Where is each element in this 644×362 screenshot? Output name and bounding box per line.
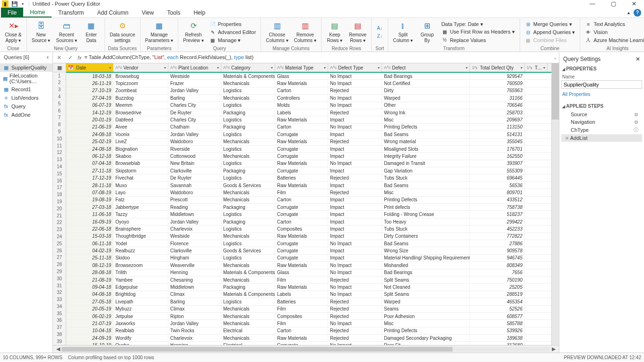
cell[interactable]: Corrugate xyxy=(275,255,328,261)
data-source-settings-button[interactable]: ⚙Data source settings xyxy=(108,20,137,44)
row-number[interactable]: 28 xyxy=(53,261,66,268)
cell[interactable]: 288519 xyxy=(470,291,525,298)
sort-desc-button[interactable]: Z↓ xyxy=(374,33,385,40)
cell[interactable]: Impact xyxy=(328,146,382,152)
cell[interactable]: 31166 xyxy=(470,95,525,101)
table-row[interactable]: 28-08-18TrilithHenningMaterials & Compon… xyxy=(66,269,551,276)
row-number[interactable]: 31 xyxy=(53,282,66,289)
cell[interactable]: 28-11-18 xyxy=(66,182,113,189)
cell[interactable]: Dabfeed xyxy=(113,116,168,123)
cell[interactable]: Rejected xyxy=(328,138,382,145)
cell[interactable]: Film xyxy=(275,320,328,327)
column-header[interactable]: AᴮcCategory▾ xyxy=(221,63,275,72)
formula-dropdown-icon[interactable]: ⌄ xyxy=(553,55,557,60)
cell[interactable]: Browseblab xyxy=(113,160,168,167)
cell[interactable]: Zoombeat xyxy=(113,87,168,94)
cell[interactable]: Reading xyxy=(168,204,221,210)
formula-input[interactable]: = Table.AddColumn(ChType, "List", each R… xyxy=(85,54,550,60)
row-number[interactable]: 34 xyxy=(53,303,66,310)
table-row[interactable]: 10-04-18RealblabTwin RocksElectricalCart… xyxy=(66,328,551,335)
cell[interactable]: Corrugate xyxy=(275,342,328,345)
cell[interactable]: Packaging xyxy=(221,167,275,174)
minimize-button[interactable]: — xyxy=(589,0,596,7)
properties-button[interactable]: 📄Properties xyxy=(208,20,258,28)
cell[interactable]: Print defects xyxy=(382,204,470,210)
cell[interactable]: Logistics xyxy=(221,102,275,109)
cell[interactable]: Rejected xyxy=(328,174,382,181)
recent-sources-button[interactable]: 🗃Recent Sources ▾ xyxy=(54,20,78,44)
horizontal-scrollbar[interactable]: ◀ ▶ xyxy=(53,345,559,353)
cell[interactable]: 555309 xyxy=(470,167,525,174)
fx-icon[interactable]: fx xyxy=(78,55,82,60)
query-item[interactable]: ▦FileLocation (C:\Users… xyxy=(0,72,52,85)
cell[interactable]: Impact xyxy=(328,182,382,189)
table-row[interactable]: 08-12-19BrowsezoomWeavervilleMechanicals… xyxy=(66,262,551,269)
cell[interactable]: Mechanicals xyxy=(221,153,275,159)
cell[interactable]: Warped xyxy=(382,298,470,305)
cell[interactable]: Packaging xyxy=(221,204,275,210)
cell[interactable]: Gap Variation xyxy=(382,167,470,174)
cell[interactable]: New Britain xyxy=(168,160,221,167)
cell[interactable]: 758738 xyxy=(470,204,525,210)
cell[interactable]: Rejected xyxy=(328,328,382,334)
cell[interactable]: 25205 xyxy=(470,284,525,290)
row-number[interactable]: 24 xyxy=(53,233,66,241)
cell[interactable]: Raw Materials xyxy=(275,138,328,145)
query-item[interactable]: ▦SupplierQuality xyxy=(0,63,52,72)
cell[interactable]: Packaging xyxy=(221,284,275,290)
cell[interactable]: Corrugate xyxy=(275,247,328,254)
cell[interactable]: Savannah xyxy=(168,182,221,189)
cell[interactable]: Material Handling/ Shipping Requirements… xyxy=(382,255,470,261)
cell[interactable]: No Impact xyxy=(328,80,382,86)
filter-icon[interactable]: ▾ xyxy=(271,66,273,70)
cell[interactable]: Raw Materials xyxy=(275,284,328,290)
row-number[interactable]: 33 xyxy=(53,296,66,303)
cell[interactable]: Bad Bearings xyxy=(382,269,470,276)
cell[interactable]: Goods & Services xyxy=(221,182,275,189)
row-number[interactable]: 37 xyxy=(53,324,66,331)
refresh-preview-button[interactable]: ⟳Refresh Preview ▾ xyxy=(181,20,205,44)
table-row[interactable]: 24-09-19WordifyCharlevoixMechanicalsRaw … xyxy=(66,335,551,342)
cell[interactable]: 518237 xyxy=(470,211,525,217)
column-header[interactable]: AᴮcMaterial Type▾ xyxy=(275,63,328,72)
cell[interactable]: 15-10-19 xyxy=(66,342,113,345)
cell[interactable]: No Impact xyxy=(328,102,382,109)
cell[interactable]: Jabbertype xyxy=(113,204,168,210)
row-number[interactable]: 39 xyxy=(53,338,66,345)
row-number[interactable]: 20 xyxy=(53,205,66,212)
cell[interactable]: Carton xyxy=(275,124,328,130)
cell[interactable]: Jetpulse xyxy=(113,313,168,319)
cell[interactable]: Raw Materials xyxy=(275,116,328,123)
cell[interactable]: Not Certified xyxy=(382,80,470,86)
table-row[interactable]: 18-03-18BrowsebugWestsideMaterials & Com… xyxy=(66,73,551,80)
cell[interactable]: Rejected xyxy=(328,276,382,283)
tab-home[interactable]: Home xyxy=(23,8,52,17)
cell[interactable]: Mybuzz xyxy=(113,306,168,312)
cell[interactable]: Corrugate xyxy=(275,240,328,247)
cell[interactable]: Buzzdog xyxy=(113,95,168,101)
cell[interactable]: Raw Materials xyxy=(275,335,328,341)
cell[interactable]: 28-08-18 xyxy=(66,269,113,276)
cell[interactable]: Mishandled xyxy=(382,262,470,268)
cell[interactable]: Weaverville xyxy=(168,262,221,268)
applied-step[interactable]: ChTypeⓘ xyxy=(561,126,642,134)
cell[interactable]: Trilith xyxy=(113,269,168,276)
replace-values-button[interactable]: ½Replace Values xyxy=(439,36,516,44)
cell[interactable]: 56536 xyxy=(470,182,525,189)
table-row[interactable]: 15-10-19OyobaHenningElectricalCorrugateN… xyxy=(66,342,551,345)
table-row[interactable]: 27-03-18JabbertypeReadingPackagingCorrug… xyxy=(66,204,551,211)
append-queries-button[interactable]: ⊟Append Queries ▾ xyxy=(523,28,577,36)
cell[interactable]: Layo xyxy=(113,189,168,196)
cell[interactable]: Yodel xyxy=(113,240,168,247)
scroll-left-icon[interactable]: ◀ xyxy=(55,346,61,352)
table-row[interactable]: 11-06-18TazzyMiddletownLogisticsCorrugat… xyxy=(66,211,551,218)
row-number[interactable]: 25 xyxy=(53,240,66,247)
cell[interactable]: 27886 xyxy=(470,240,525,247)
row-number[interactable]: 23 xyxy=(53,226,66,233)
cell[interactable]: Impact xyxy=(328,218,382,225)
cell[interactable]: Twin Rocks xyxy=(168,328,221,334)
cell[interactable]: Packaging xyxy=(221,124,275,130)
cell[interactable]: Film xyxy=(275,306,328,312)
cell[interactable]: Ripton xyxy=(168,313,221,319)
row-number[interactable]: 17 xyxy=(53,184,66,191)
